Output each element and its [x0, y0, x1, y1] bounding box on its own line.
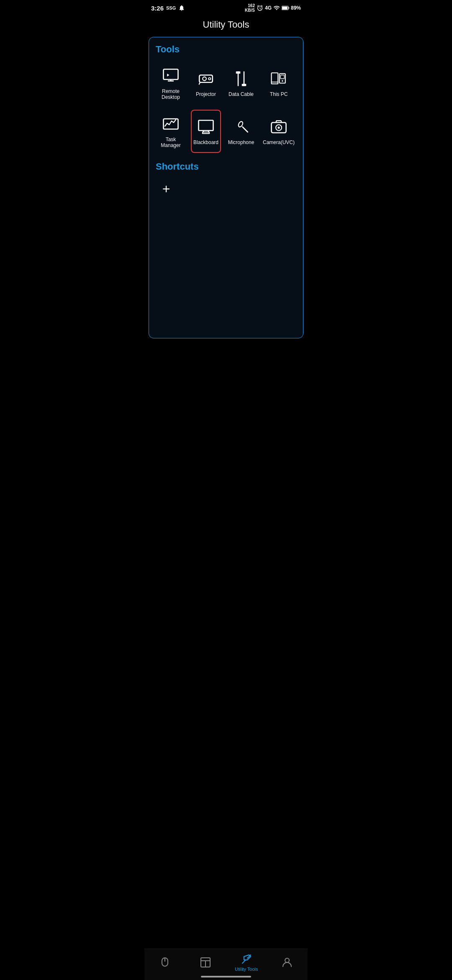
- notification-icon: [178, 5, 185, 11]
- page-title: Utility Tools: [144, 14, 308, 37]
- camera-uvc-label: Camera(UVC): [263, 139, 295, 145]
- svg-rect-13: [242, 84, 247, 86]
- connectivity-label: 4G: [265, 5, 272, 11]
- svg-rect-1: [288, 7, 289, 9]
- projector-label: Projector: [196, 91, 216, 97]
- microphone-label: Microphone: [228, 139, 254, 145]
- tool-camera-uvc[interactable]: Camera(UVC): [261, 110, 296, 153]
- svg-line-26: [243, 127, 248, 132]
- data-cable-icon: [231, 69, 251, 89]
- shortcuts-header: Shortcuts: [156, 161, 296, 172]
- battery-icon: [282, 5, 289, 11]
- svg-point-18: [282, 80, 283, 82]
- tool-blackboard[interactable]: Blackboard: [191, 110, 221, 153]
- projector-icon: [196, 69, 216, 89]
- alarm-icon: [257, 5, 263, 11]
- battery-level: 89%: [291, 5, 301, 11]
- signal-icon: [273, 5, 280, 11]
- status-bar: 3:26 SSG 162KB/S 4G 89%: [144, 0, 308, 14]
- task-manager-icon: [161, 114, 181, 134]
- svg-rect-20: [198, 120, 213, 131]
- data-cable-label: Data Cable: [229, 91, 254, 97]
- tool-this-pc[interactable]: This PC: [261, 62, 296, 105]
- tool-task-manager[interactable]: Task Manager: [156, 110, 186, 153]
- svg-rect-17: [280, 75, 284, 79]
- add-shortcut-button[interactable]: +: [156, 179, 177, 200]
- status-right: 162KB/S 4G 89%: [245, 3, 301, 13]
- tool-data-cable[interactable]: Data Cable: [226, 62, 256, 105]
- blackboard-label: Blackboard: [193, 139, 218, 145]
- status-network: SSG: [166, 5, 176, 10]
- svg-line-9: [199, 83, 200, 85]
- main-content: Tools Remote Desktop: [149, 37, 303, 338]
- task-manager-label: Task Manager: [157, 137, 184, 149]
- tool-projector[interactable]: Projector: [191, 62, 221, 105]
- blackboard-icon: [196, 117, 216, 137]
- this-pc-label: This PC: [270, 91, 288, 97]
- status-time: 3:26: [151, 5, 164, 12]
- tool-remote-desktop[interactable]: Remote Desktop: [156, 62, 186, 105]
- svg-point-7: [203, 77, 206, 81]
- microphone-icon: [231, 117, 251, 137]
- svg-rect-2: [282, 7, 288, 10]
- svg-rect-12: [236, 72, 241, 74]
- tools-section-header: Tools: [156, 44, 296, 55]
- network-speed: 162KB/S: [245, 3, 255, 13]
- svg-point-29: [277, 126, 280, 129]
- remote-desktop-icon: [161, 66, 181, 86]
- tools-grid: Remote Desktop Projector: [156, 62, 296, 153]
- camera-uvc-icon: [269, 117, 289, 137]
- this-pc-icon: [269, 69, 289, 89]
- shortcuts-section: Shortcuts +: [156, 161, 296, 200]
- status-left: 3:26 SSG: [151, 5, 185, 12]
- svg-rect-3: [163, 69, 178, 80]
- svg-rect-19: [163, 119, 178, 129]
- tool-microphone[interactable]: Microphone: [226, 110, 256, 153]
- remote-desktop-label: Remote Desktop: [157, 88, 184, 101]
- svg-point-8: [208, 78, 211, 80]
